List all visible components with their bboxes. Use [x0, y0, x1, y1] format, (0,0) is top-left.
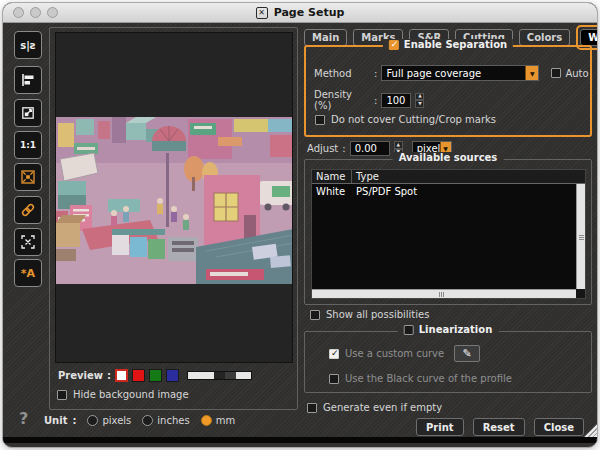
sources-title: Available sources	[399, 152, 498, 163]
fit-page-tool-button[interactable]	[14, 163, 42, 191]
adjust-input[interactable]: 0.00	[350, 141, 390, 156]
sources-table[interactable]: Name Type White PS/PDF Spot	[311, 169, 586, 299]
inches-radio[interactable]	[142, 415, 153, 426]
sources-table-header[interactable]: Name Type	[312, 170, 585, 184]
fit-page-icon	[20, 169, 36, 185]
zoom-window-icon[interactable]	[47, 7, 58, 18]
linearization-checkbox[interactable]	[404, 325, 414, 335]
titlebar[interactable]: ✕ Page Setup	[3, 3, 597, 23]
preview-canvas[interactable]	[55, 32, 293, 363]
scrollbar-grip-icon	[439, 292, 444, 297]
pixels-radio[interactable]	[87, 415, 98, 426]
unit-option-mm[interactable]: mm	[201, 415, 235, 426]
separation-group: Enable Separation Method : Full page cov…	[304, 45, 592, 137]
column-type[interactable]: Type	[352, 170, 383, 183]
preview-swatch-red[interactable]	[132, 369, 145, 382]
app-x-icon: ✕	[256, 7, 268, 19]
linearization-group: Linearization Use a custom curve ✎ Use t…	[304, 331, 592, 393]
column-name[interactable]: Name	[312, 170, 352, 183]
scrollbar-corner	[576, 289, 585, 298]
custom-curve-checkbox[interactable]	[329, 349, 339, 359]
export-icon	[20, 105, 36, 121]
preview-panel: Preview : Hide backgound image	[49, 27, 298, 410]
generate-checkbox[interactable]	[307, 403, 317, 413]
window-title: Page Setup	[274, 6, 345, 19]
expand-tool-button[interactable]	[14, 228, 42, 256]
stepper-up-icon: ▲	[394, 141, 403, 149]
window-bottom-edge	[3, 437, 597, 443]
traffic-lights	[13, 7, 58, 18]
preview-swatch-blue[interactable]	[166, 369, 179, 382]
reset-button[interactable]: Reset	[473, 418, 525, 436]
linearization-label: Linearization	[419, 324, 493, 335]
expand-icon	[20, 234, 36, 250]
enable-separation-label: Enable Separation	[404, 39, 507, 50]
custom-curve-label: Use a custom curve	[345, 348, 444, 359]
export-tool-button[interactable]	[14, 99, 42, 127]
no-cover-label: Do not cover Cutting/Crop marks	[331, 114, 496, 125]
preview-swatch-white[interactable]	[115, 369, 128, 382]
tab-white[interactable]: White	[580, 29, 598, 46]
sources-group: Available sources Name Type White PS/PDF…	[304, 159, 592, 305]
align-left-icon	[20, 72, 36, 88]
print-button[interactable]: Print	[416, 418, 464, 436]
auto-label: Auto	[565, 68, 588, 79]
tab-main[interactable]: Main	[304, 29, 347, 46]
method-dropdown-arrow-icon[interactable]	[525, 66, 538, 80]
hide-background-row[interactable]: Hide backgound image	[57, 389, 189, 400]
preview-swatch-green[interactable]	[149, 369, 162, 382]
black-curve-label: Use the Black curve of the profile	[345, 373, 512, 384]
close-window-icon[interactable]	[13, 7, 24, 18]
one-to-one-icon: 1:1	[20, 140, 36, 150]
show-all-label: Show all possibilities	[326, 309, 429, 320]
unit-label: Unit	[44, 415, 67, 426]
method-label: Method	[314, 68, 370, 79]
scale-tool-button[interactable]: 1:1	[14, 131, 42, 159]
horizontal-scrollbar[interactable]	[312, 289, 576, 298]
vertical-scrollbar[interactable]	[576, 184, 585, 289]
mirror-icon: s|ƨ	[20, 40, 36, 51]
tab-colors[interactable]: Colors	[519, 29, 570, 46]
preview-label: Preview	[58, 370, 103, 381]
adjust-label: Adjust	[307, 143, 338, 154]
dialog-body: s|ƨ 1:1	[3, 23, 597, 443]
unit-option-inches[interactable]: inches	[142, 415, 189, 426]
annotate-icon: *A	[21, 267, 35, 280]
hide-background-label: Hide backgound image	[73, 389, 189, 400]
black-curve-checkbox[interactable]	[329, 374, 339, 384]
no-cover-checkbox[interactable]	[315, 115, 325, 125]
mirror-tool-button[interactable]: s|ƨ	[14, 31, 42, 59]
density-stepper[interactable]: ▲▼	[415, 93, 424, 108]
mm-radio[interactable]	[201, 415, 212, 426]
close-button[interactable]: Close	[534, 418, 584, 436]
stepper-up-icon: ▲	[415, 93, 424, 101]
density-label: Density (%)	[314, 89, 370, 111]
edit-curve-button[interactable]: ✎	[454, 345, 480, 362]
generate-label: Generate even if empty	[323, 402, 442, 413]
annotate-tool-button[interactable]: *A	[14, 259, 42, 287]
enable-separation-checkbox[interactable]	[389, 40, 399, 50]
generate-row[interactable]: Generate even if empty	[307, 402, 442, 413]
density-input[interactable]: 100	[381, 93, 411, 108]
method-dropdown[interactable]: Full page coverage	[381, 65, 539, 81]
stepper-down-icon: ▼	[415, 100, 424, 108]
unit-option-pixels[interactable]: pixels	[87, 415, 131, 426]
link-tool-button[interactable]	[14, 196, 42, 224]
page-setup-window: ✕ Page Setup s|ƨ 1:1	[2, 2, 598, 448]
pencil-icon: ✎	[463, 347, 472, 360]
help-button[interactable]: ?	[19, 409, 28, 428]
scrollbar-grip-icon	[579, 234, 584, 241]
align-tool-button[interactable]	[14, 66, 42, 94]
minimize-window-icon[interactable]	[30, 7, 41, 18]
unit-selector: Unit : pixels inches mm	[44, 415, 235, 426]
hide-background-checkbox[interactable]	[57, 390, 67, 400]
auto-checkbox[interactable]	[551, 68, 561, 78]
grayscale-preview-bar[interactable]	[187, 371, 252, 380]
action-buttons: Print Reset Close	[416, 418, 584, 436]
preview-illustration	[56, 117, 293, 284]
show-all-row[interactable]: Show all possibilities	[310, 309, 429, 320]
link-icon	[20, 202, 36, 218]
show-all-checkbox[interactable]	[310, 310, 320, 320]
table-row[interactable]: White PS/PDF Spot	[312, 185, 575, 198]
